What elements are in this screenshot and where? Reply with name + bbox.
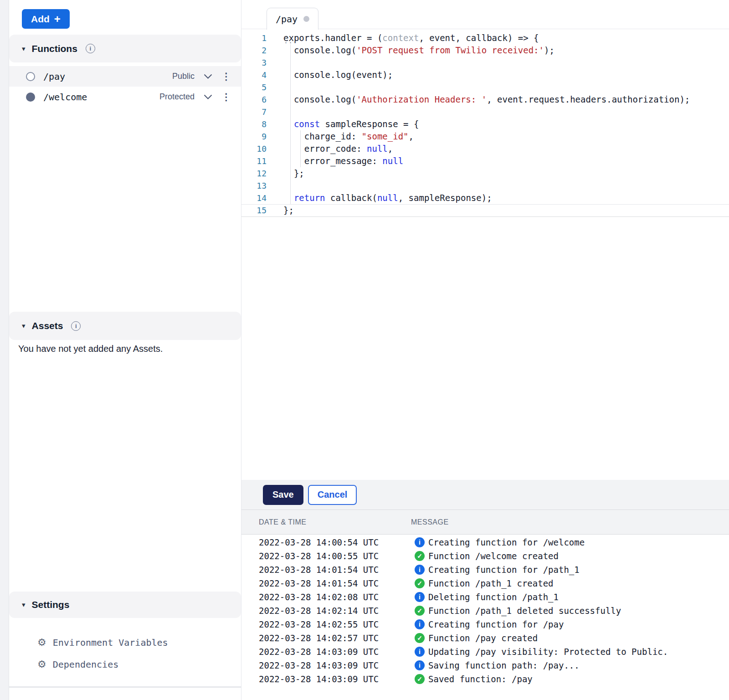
chevron-down-icon[interactable] [204,94,212,100]
info-outline-icon[interactable]: i [86,44,95,53]
code-line-2[interactable]: 2 console.log('POST request from Twilio … [241,44,729,57]
log-row: 2022-03-28 14:02:55 UTCiCreating functio… [241,618,729,631]
code-text: charge_id: "some_id", [267,130,414,143]
tab-pay[interactable]: /pay [267,8,318,30]
log-message: Updating /pay visibility: Protected to P… [428,647,668,657]
log-message: Creating function for /welcome [428,537,585,547]
code-line-12[interactable]: 12 }; [241,167,729,180]
log-timestamp: 2022-03-28 14:00:55 UTC [241,551,411,561]
code-token: const [294,119,320,129]
collapse-triangle-icon[interactable]: ▾ [22,45,26,53]
cancel-button[interactable]: Cancel [308,485,357,505]
plus-icon: + [54,14,61,25]
code-line-10[interactable]: 10 error_code: null, [241,143,729,155]
code-text: const sampleResponse = { [267,118,419,130]
code-token: console.log( [283,45,356,55]
assets-section-header[interactable]: ▾ Assets i [9,312,241,340]
gear-icon: ⚙ [37,638,46,648]
code-token: console.log(event); [283,70,393,80]
code-token: null [367,144,388,154]
code-token: , sampleResponse); [398,193,492,203]
tab-label: /pay [276,14,298,25]
save-button[interactable]: Save [263,485,303,505]
log-row: 2022-03-28 14:01:54 UTCiCreating functio… [241,563,729,576]
code-line-15[interactable]: 15}; [241,204,729,216]
log-row: 2022-03-28 14:03:09 UTCiUpdating /pay vi… [241,645,729,659]
code-text: exports.handler = (context, event, callb… [267,32,539,44]
log-row: 2022-03-28 14:00:54 UTCiCreating functio… [241,535,729,549]
code-token: "some_id" [362,131,409,141]
code-line-6[interactable]: 6 console.log('Authorization Headers: ',… [241,93,729,106]
settings-item-dependencies[interactable]: ⚙Dependencies [37,658,118,671]
code-line-3[interactable]: 3 [241,57,729,69]
settings-section-header[interactable]: ▾ Settings [9,592,241,618]
log-timestamp: 2022-03-28 14:02:08 UTC [241,592,411,602]
visibility-label: Public [172,72,195,81]
code-line-13[interactable]: 13 [241,180,729,192]
info-icon: i [415,565,425,575]
code-text [267,180,283,192]
code-token: console.log( [283,94,356,104]
info-outline-icon[interactable]: i [71,321,81,331]
line-number: 6 [241,93,267,106]
code-token: , [388,144,393,154]
assets-empty-message: You have not yet added any Assets. [18,344,163,354]
function-name[interactable]: /pay [43,71,65,82]
log-timestamp: 2022-03-28 14:02:55 UTC [241,619,411,629]
line-number: 14 [241,192,267,204]
line-number: 3 [241,57,267,69]
log-header-date-time: DATE & TIME [241,518,411,526]
code-token: callback( [325,193,377,203]
settings-item-label: Dependencies [53,659,119,670]
log-timestamp: 2022-03-28 14:02:14 UTC [241,606,411,616]
functions-section-header[interactable]: ▾ Functions i [9,35,241,62]
log-timestamp: 2022-03-28 14:00:54 UTC [241,537,411,547]
visibility-label: Protected [159,92,195,102]
code-line-5[interactable]: 5 [241,81,729,93]
code-line-11[interactable]: 11 error_message: null [241,155,729,167]
collapse-triangle-icon[interactable]: ▾ [22,601,26,609]
code-line-14[interactable]: 14 return callback(null, sampleResponse)… [241,192,729,204]
function-name[interactable]: /welcome [43,92,87,103]
code-line-1[interactable]: 1exports.handler = (context, event, call… [241,32,729,44]
info-icon: i [415,537,425,547]
function-row-pay[interactable]: /payPublic⋮ [9,66,241,87]
kebab-menu-icon[interactable]: ⋮ [221,92,231,102]
code-text: error_code: null, [267,143,393,155]
log-message: Saving function path: /pay... [428,660,580,670]
function-row-welcome[interactable]: /welcomeProtected⋮ [9,87,241,107]
code-line-4[interactable]: 4 console.log(event); [241,69,729,81]
code-token: 'POST request from Twilio received:' [356,45,544,55]
success-check-icon: ✓ [415,551,425,561]
sidebar-bottom-divider [9,687,241,687]
collapse-triangle-icon[interactable]: ▾ [22,322,26,330]
code-text: error_message: null [267,155,403,167]
functions-editor-app: Add + ▾ Functions i /payPublic⋮/welcomeP… [0,0,729,700]
log-row: 2022-03-28 14:02:08 UTCiDeleting functio… [241,590,729,604]
code-text [267,106,283,118]
open-circle-icon [26,72,35,81]
code-token: error_message: [283,156,382,166]
log-message: Function /path_1 created [428,578,554,588]
code-line-9[interactable]: 9 charge_id: "some_id", [241,130,729,143]
settings-item-environment-variables[interactable]: ⚙Environment Variables [37,636,168,649]
code-text: console.log('Authorization Headers: ', e… [267,93,690,106]
code-text: }; [267,204,294,216]
info-icon: i [415,647,425,657]
code-line-7[interactable]: 7 [241,106,729,118]
editor-action-bar: Save Cancel [241,480,729,510]
log-message: Saved function: /pay [428,674,533,684]
log-row: 2022-03-28 14:02:57 UTC✓Function /pay cr… [241,631,729,645]
code-token: sampleResponse = { [320,119,419,129]
log-timestamp: 2022-03-28 14:01:54 UTC [241,578,411,588]
kebab-menu-icon[interactable]: ⋮ [221,72,231,81]
chevron-down-icon[interactable] [204,74,212,79]
success-check-icon: ✓ [415,606,425,616]
log-message: Function /pay created [428,633,538,643]
code-lines: 1exports.handler = (context, event, call… [241,32,729,216]
log-message: Function /welcome created [428,551,559,561]
code-line-8[interactable]: 8 const sampleResponse = { [241,118,729,130]
collapsed-nav-strip [0,0,9,700]
code-editor[interactable]: ··· 1exports.handler = (context, event, … [241,29,729,480]
add-button[interactable]: Add + [22,9,70,29]
